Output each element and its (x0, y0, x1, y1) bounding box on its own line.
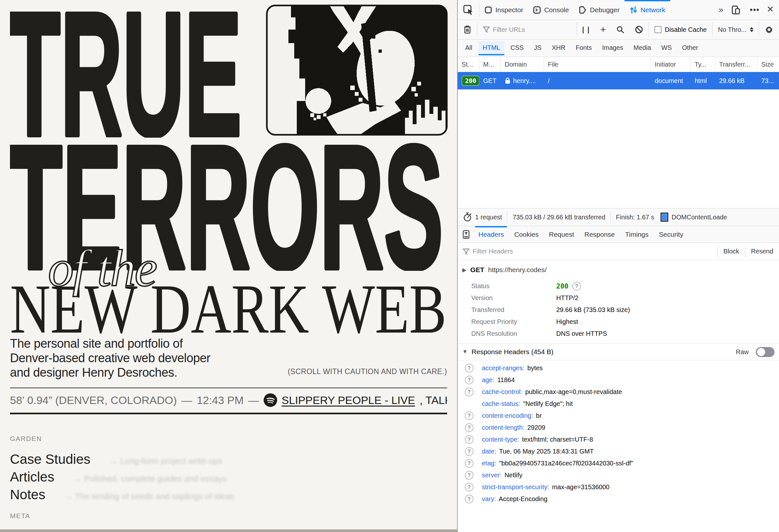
nav-label[interactable]: Notes (10, 487, 45, 502)
garden-section-label: GARDEN (10, 435, 42, 443)
gear-icon (764, 25, 774, 35)
detail-row-request-priority: Request Priority Highest (458, 316, 779, 328)
detail-label: Request Priority (458, 318, 556, 326)
request-row-selected[interactable]: 200 GET henry.... / document html 29.66 … (458, 72, 779, 89)
header-name: cache-status (482, 400, 520, 407)
nav-item-case-studies[interactable]: Case Studies → Long-form project write-u… (10, 452, 222, 467)
more-tabs-chevron-icon[interactable]: » (714, 5, 726, 15)
dom-content-loaded-label: DOMContentLoade (671, 214, 727, 221)
close-devtools-icon[interactable]: ✕ (763, 4, 779, 16)
pause-traffic-button[interactable]: | | (577, 20, 595, 39)
column-header-domain[interactable]: Domain (501, 57, 544, 72)
type-filter-xhr[interactable]: XHR (548, 41, 570, 55)
help-icon[interactable]: ? (465, 471, 474, 480)
detail-tab-response[interactable]: Response (579, 226, 620, 243)
detail-row-status: Status 200 ? (458, 280, 779, 292)
nav-description: → Long-form project write-ups (110, 456, 222, 466)
filter-headers-input[interactable] (473, 248, 537, 255)
block-url-button[interactable]: Block (718, 243, 745, 260)
detail-tab-cookies[interactable]: Cookies (509, 226, 544, 243)
tab-label: Network (641, 6, 665, 14)
pick-element-button[interactable] (458, 0, 479, 20)
tab-network[interactable]: Network (624, 0, 670, 20)
window-bottom-edge (0, 529, 457, 532)
detail-row-version: Version HTTP/2 (458, 292, 779, 304)
type-filter-other[interactable]: Other (678, 41, 702, 55)
detail-label: Version (458, 294, 556, 302)
column-header-transferred[interactable]: Transferr... (715, 57, 758, 72)
disclosure-triangle-down-icon[interactable]: ▼ (462, 349, 468, 355)
help-icon[interactable]: ? (465, 447, 474, 456)
nav-label[interactable]: Articles (10, 469, 54, 484)
request-url-row[interactable]: ▶ GET https://henry.codes/ (458, 260, 779, 277)
summary-requests[interactable]: 1 request (458, 208, 507, 226)
nav-label[interactable]: Case Studies (10, 452, 91, 467)
resend-request-button[interactable]: Resend (745, 243, 779, 260)
block-requests-button[interactable] (630, 20, 648, 39)
header-value: 29209 (527, 424, 545, 431)
filter-panel-icon (462, 230, 470, 239)
type-filter-html[interactable]: HTML (478, 41, 504, 55)
help-icon[interactable]: ? (465, 483, 474, 491)
network-toolbar: | | + Disable Cache No Thro... (458, 20, 779, 40)
header-name: etag (482, 460, 496, 467)
tab-debugger[interactable]: Debugger (574, 0, 624, 20)
type-filter-css[interactable]: CSS (506, 41, 528, 55)
header-value: br (536, 412, 542, 419)
responsive-design-mode-button[interactable] (726, 5, 746, 15)
column-header-initiator[interactable]: Initiator (651, 57, 691, 72)
detail-tab-headers[interactable]: Headers (473, 226, 509, 243)
network-settings-button[interactable] (759, 20, 779, 39)
column-header-file[interactable]: File (544, 57, 651, 72)
tagline-line3: and designer Henry Desroches. (10, 365, 211, 380)
column-header-method[interactable]: M... (479, 57, 501, 72)
help-icon[interactable]: ? (465, 459, 474, 468)
filter-urls-input[interactable] (493, 26, 557, 34)
nav-item-articles[interactable]: Articles → Polished, complete guides and… (10, 469, 227, 485)
help-icon[interactable]: ? (465, 376, 474, 384)
site-tagline: The personal site and portfolio of Denve… (10, 336, 211, 380)
help-icon[interactable]: ? (465, 435, 474, 444)
scroll-note: (SCROLL WITH CAUTION AND WITH CARE.) (288, 367, 447, 376)
type-filter-media[interactable]: Media (629, 41, 655, 55)
header-row-etag: ? etag "bb0a299405731a246cec7f0203442030… (458, 457, 779, 469)
now-playing-link[interactable]: SLIPPERY PEOPLE - LIVE (282, 394, 415, 407)
raw-toggle-switch[interactable] (756, 347, 775, 357)
request-detail-tabs: Headers Cookies Request Response Timings… (458, 226, 779, 243)
column-header-status[interactable]: St... (458, 57, 479, 72)
throttling-select[interactable]: No Thro... (713, 26, 759, 34)
column-header-size[interactable]: Size (758, 57, 779, 72)
disable-cache-control[interactable]: Disable Cache (649, 26, 712, 34)
help-icon[interactable]: ? (465, 411, 474, 420)
type-filter-fonts[interactable]: Fonts (572, 41, 596, 55)
help-icon[interactable]: ? (465, 388, 474, 396)
help-icon[interactable]: ? (465, 423, 474, 432)
help-icon[interactable]: ? (465, 495, 474, 504)
add-request-button[interactable]: + (595, 20, 611, 39)
search-button[interactable] (611, 20, 630, 39)
tab-console[interactable]: Console (528, 0, 574, 20)
type-filter-js[interactable]: JS (530, 41, 546, 55)
type-filter-all[interactable]: All (461, 41, 476, 55)
tab-inspector[interactable]: Inspector (479, 0, 528, 20)
detail-tab-request[interactable]: Request (544, 226, 579, 243)
header-name: content-length (482, 424, 524, 431)
devtools-menu-icon[interactable]: ••• (746, 5, 763, 15)
detail-tab-security[interactable]: Security (654, 226, 688, 243)
disable-cache-checkbox[interactable] (654, 26, 661, 33)
pick-element-icon (463, 4, 474, 15)
clear-requests-button[interactable] (458, 20, 477, 39)
response-headers-section-header[interactable]: ▼ Response Headers (454 B) Raw (458, 343, 779, 360)
devtools-panel: Inspector Console Debugger (457, 0, 779, 532)
type-filter-images[interactable]: Images (598, 41, 627, 55)
disclosure-triangle-icon[interactable]: ▶ (462, 267, 467, 273)
help-icon[interactable]: ? (465, 364, 474, 373)
help-icon[interactable]: ? (572, 282, 581, 290)
nav-item-notes[interactable]: Notes → The tending of seeds and sapling… (10, 487, 234, 503)
column-header-type[interactable]: Ty... (691, 57, 715, 72)
detail-tab-timings[interactable]: Timings (620, 226, 654, 243)
detail-search-toggle-button[interactable] (458, 226, 473, 243)
type-filter-ws[interactable]: WS (657, 41, 676, 55)
detail-value: DNS over HTTPS (556, 330, 607, 337)
status-badge: 200 (462, 76, 479, 86)
